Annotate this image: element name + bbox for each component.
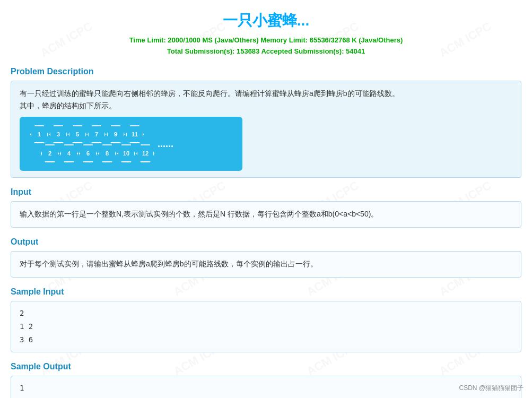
input-text: 输入数据的第一行是一个整数N,表示测试实例的个数，然后是N 行数据，每行包含两个… xyxy=(20,208,512,221)
output-text: 对于每个测试实例，请输出蜜蜂从蜂房a爬到蜂房b的可能路线数，每个实例的输出占一行… xyxy=(20,258,512,271)
sample-input-line1: 2 xyxy=(20,307,512,320)
meta-line1: Time Limit: 2000/1000 MS (Java/Others) M… xyxy=(11,35,521,46)
sample-input-box: 2 1 2 3 6 xyxy=(11,301,521,353)
hex-10: 10 xyxy=(117,144,135,162)
page-title: 一只小蜜蜂... xyxy=(11,11,521,31)
hex-3: 3 xyxy=(49,125,67,143)
hex-4: 4 xyxy=(60,144,78,162)
hex-bottom-row: 2 4 6 8 10 12 xyxy=(41,144,154,162)
hex-11: 11 xyxy=(126,125,144,143)
hex-grid: 1 3 5 7 9 11 2 4 6 8 10 12 xyxy=(30,125,154,162)
sample-output-line1: 1 xyxy=(20,382,512,395)
section-title-sample-output: Sample Output xyxy=(11,362,521,371)
problem-text2: 其中，蜂房的结构如下所示。 xyxy=(20,100,512,113)
hex-2: 2 xyxy=(41,144,59,162)
hex-9: 9 xyxy=(107,125,125,143)
hex-12: 12 xyxy=(136,144,154,162)
honeycomb-dots: ...... xyxy=(158,136,173,152)
hex-7: 7 xyxy=(88,125,106,143)
hex-1: 1 xyxy=(30,125,48,143)
hex-6: 6 xyxy=(79,144,97,162)
main-page: 一只小蜜蜂... Time Limit: 2000/1000 MS (Java/… xyxy=(0,0,532,398)
section-title-output: Output xyxy=(11,237,521,247)
hex-5: 5 xyxy=(68,125,86,143)
section-title-input: Input xyxy=(11,187,521,197)
sample-input-line3: 3 6 xyxy=(20,333,512,347)
hex-top-row: 1 3 5 7 9 11 xyxy=(30,125,154,143)
hex-8: 8 xyxy=(98,144,116,162)
meta-line2: Total Submission(s): 153683 Accepted Sub… xyxy=(11,46,521,57)
footer-note: CSDN @猫猫猫猫团子 xyxy=(459,384,524,393)
sample-output-box: 1 3 xyxy=(11,376,521,398)
section-title-sample-input: Sample Input xyxy=(11,287,521,297)
honeycomb-diagram: 1 3 5 7 9 11 2 4 6 8 10 12 ...... xyxy=(20,117,242,171)
sample-input-line2: 1 2 xyxy=(20,320,512,333)
input-box: 输入数据的第一行是一个整数N,表示测试实例的个数，然后是N 行数据，每行包含两个… xyxy=(11,201,521,228)
meta-info: Time Limit: 2000/1000 MS (Java/Others) M… xyxy=(11,35,521,57)
problem-text1: 有一只经过训练的蜜蜂只能爬向右侧相邻的蜂房，不能反向爬行。请编程计算蜜蜂从蜂房a… xyxy=(20,88,512,100)
output-box: 对于每个测试实例，请输出蜜蜂从蜂房a爬到蜂房b的可能路线数，每个实例的输出占一行… xyxy=(11,251,521,278)
section-title-problem: Problem Description xyxy=(11,67,521,76)
problem-description-box: 有一只经过训练的蜜蜂只能爬向右侧相邻的蜂房，不能反向爬行。请编程计算蜜蜂从蜂房a… xyxy=(11,81,521,178)
sample-output-line2: 3 xyxy=(20,395,512,398)
